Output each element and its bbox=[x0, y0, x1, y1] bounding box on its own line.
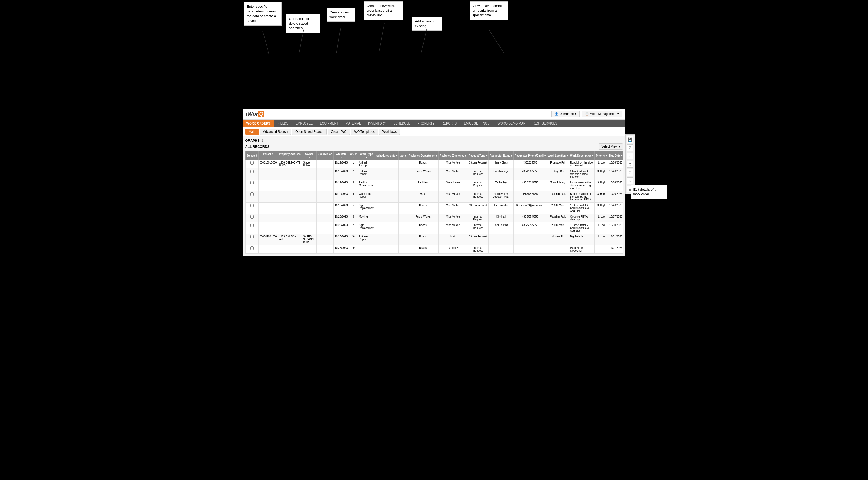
sidebar-heart-icon[interactable]: ♡ bbox=[627, 169, 633, 176]
nav-schedule[interactable]: SCHEDULE bbox=[390, 119, 414, 127]
cell-req-phone: 4352325555 bbox=[513, 160, 547, 168]
sidebar-print-icon[interactable]: 🖨 bbox=[627, 177, 633, 184]
nav-work-orders[interactable]: WORK ORDERS bbox=[243, 119, 274, 127]
nav-material[interactable]: MATERIAL bbox=[342, 119, 365, 127]
subnav-main[interactable]: Main bbox=[245, 129, 259, 135]
cell-checkbox[interactable] bbox=[245, 160, 258, 168]
cell-checkbox[interactable] bbox=[245, 191, 258, 203]
col-req-phone[interactable]: Requestor Phone/Email ▾ bbox=[513, 151, 547, 160]
nav-employee[interactable]: EMPLOYEE bbox=[292, 119, 316, 127]
cell-work-type: Pothole Repair bbox=[358, 234, 375, 245]
col-work-type: Work Type▼ bbox=[358, 151, 375, 160]
nav-rest-services[interactable]: REST SERVICES bbox=[529, 119, 561, 127]
cell-work-type: Animal Pickup bbox=[358, 160, 375, 168]
subnav-workflows[interactable]: Workflows bbox=[379, 129, 400, 135]
cell-sched-date bbox=[375, 191, 398, 203]
cell-employee: Mike McKee bbox=[438, 214, 467, 222]
cell-req-phone: 435-555-5555 bbox=[513, 214, 547, 222]
cell-sched-date bbox=[375, 214, 398, 222]
sidebar-print2-icon[interactable]: 🖨 bbox=[627, 186, 633, 193]
cell-wo-num: 49 bbox=[349, 245, 358, 254]
sidebar-gear-icon[interactable]: ⚙ bbox=[627, 161, 633, 168]
cell-work-desc: 1. Base Install 2. Call Bluestake 3. Add… bbox=[569, 222, 594, 234]
cell-priority: 3. High bbox=[595, 191, 608, 203]
cell-work-loc: Flagship Park bbox=[547, 191, 569, 203]
table-header-row: Selected Parcel #▼ Property Address▼ Own… bbox=[245, 151, 623, 160]
cell-parcel bbox=[258, 245, 278, 254]
cell-req-name: City Hall bbox=[489, 214, 513, 222]
cell-dept: Roads bbox=[407, 245, 438, 254]
nav-equipment[interactable]: EQUIPMENT bbox=[316, 119, 342, 127]
cell-checkbox[interactable] bbox=[245, 203, 258, 214]
col-sched-date[interactable]: scheduled date ▾ bbox=[375, 151, 398, 160]
cell-employee: Mike McKee bbox=[438, 222, 467, 234]
cell-checkbox[interactable] bbox=[245, 180, 258, 191]
cell-priority: 3. High bbox=[595, 203, 608, 214]
col-work-desc[interactable]: Work Description ▾ bbox=[569, 151, 594, 160]
cell-sched-date bbox=[375, 168, 398, 180]
nav-property[interactable]: PROPERTY bbox=[414, 119, 438, 127]
col-test[interactable]: test ▾ bbox=[398, 151, 407, 160]
subnav-open-saved-search[interactable]: Open Saved Search bbox=[292, 129, 327, 135]
col-priority[interactable]: Priority ▾ bbox=[595, 151, 608, 160]
nav-inventory[interactable]: INVENTORY bbox=[365, 119, 390, 127]
subnav-advanced-search[interactable]: Advanced Search bbox=[260, 129, 291, 135]
cell-owner: Steve Hulse bbox=[302, 160, 316, 168]
col-work-loc[interactable]: Work Location ▾ bbox=[547, 151, 569, 160]
cell-wo-num: 5 bbox=[349, 203, 358, 214]
subnav-create-wo[interactable]: Create WO bbox=[328, 129, 350, 135]
tooltip-4: Create a new work order based off a prev… bbox=[364, 1, 403, 20]
select-view-button[interactable]: Select View ▾ bbox=[598, 143, 623, 149]
cell-wo-date: 10/19/2023 bbox=[334, 160, 349, 168]
cell-req-phone: 435-232-5555 bbox=[513, 180, 547, 191]
nav-reports[interactable]: REPORTS bbox=[438, 119, 460, 127]
cell-req-phone bbox=[513, 234, 547, 245]
nav-email-settings[interactable]: EMAIL SETTINGS bbox=[460, 119, 493, 127]
work-management-button[interactable]: 📋 Work Management ▾ bbox=[582, 110, 622, 117]
cell-wo-num: 7 bbox=[349, 222, 358, 234]
annotation-arrows bbox=[243, 0, 625, 54]
cell-checkbox[interactable] bbox=[245, 245, 258, 254]
subnav-wo-templates[interactable]: WO Templates bbox=[351, 129, 378, 135]
sidebar-check-icon[interactable]: ☑ bbox=[627, 144, 633, 151]
cell-work-loc bbox=[547, 245, 569, 254]
username-button[interactable]: 👤 Username ▾ bbox=[551, 110, 580, 117]
cell-address: 1123 BALBOA AVE bbox=[278, 234, 302, 245]
cell-employee: Mike McKee bbox=[438, 168, 467, 180]
nav-iworq-demo-map[interactable]: IWORQ DEMO MAP bbox=[493, 119, 529, 127]
cell-work-loc: Town Library bbox=[547, 180, 569, 191]
col-dept[interactable]: Assigned Department ▾ bbox=[407, 151, 438, 160]
svg-line-0 bbox=[263, 31, 269, 53]
cell-req-name: Ty Pebley bbox=[489, 180, 513, 191]
cell-req-name: Joel Perkins bbox=[489, 222, 513, 234]
col-subdivision: Subdivision▼ bbox=[316, 151, 334, 160]
table-row: 10/19/20233Facility MaintenanceFacilitie… bbox=[245, 180, 623, 191]
cell-checkbox[interactable] bbox=[245, 214, 258, 222]
col-due-date[interactable]: Due Date ▾ bbox=[608, 151, 623, 160]
cell-owner: SKEES SUZANNE R TR bbox=[302, 234, 316, 245]
nav-fields[interactable]: FIELDS bbox=[274, 119, 292, 127]
cell-checkbox[interactable] bbox=[245, 222, 258, 234]
cell-work-desc: 2 blocks down the street is a large poth… bbox=[569, 168, 594, 180]
table-row: 10/23/20237Sign ReplacementRoadsMike McK… bbox=[245, 222, 623, 234]
cell-wo-num: 1 bbox=[349, 160, 358, 168]
table-row: 0060410040001123 BALBOA AVESKEES SUZANNE… bbox=[245, 234, 623, 245]
cell-checkbox[interactable] bbox=[245, 168, 258, 180]
graphs-toggle-icon[interactable]: ⇕ bbox=[261, 139, 264, 142]
col-req-type[interactable]: Request Type ▾ bbox=[467, 151, 489, 160]
header-buttons: 👤 Username ▾ 📋 Work Management ▾ bbox=[551, 110, 622, 117]
right-sidebar: 💾 ☑ ‹ ⚙ ♡ 🖨 🖨 bbox=[625, 134, 635, 194]
cell-dept: Water bbox=[407, 191, 438, 203]
sidebar-save-icon[interactable]: 💾 bbox=[627, 136, 633, 143]
sub-navigation: Main Advanced Search Open Saved Search C… bbox=[243, 127, 625, 136]
col-employee[interactable]: Assigned Employee ▾ bbox=[438, 151, 467, 160]
col-req-name[interactable]: Requestor Name ▾ bbox=[489, 151, 513, 160]
cell-checkbox[interactable] bbox=[245, 234, 258, 245]
col-selected: Selected bbox=[245, 151, 258, 160]
sidebar-collapse-icon[interactable]: ‹ bbox=[627, 153, 633, 160]
cell-owner bbox=[302, 180, 316, 191]
cell-wo-num: 46 bbox=[349, 234, 358, 245]
svg-line-1 bbox=[299, 30, 304, 53]
cell-work-desc: Big Pothole bbox=[569, 234, 594, 245]
cell-wo-date: 10/20/2023 bbox=[334, 214, 349, 222]
